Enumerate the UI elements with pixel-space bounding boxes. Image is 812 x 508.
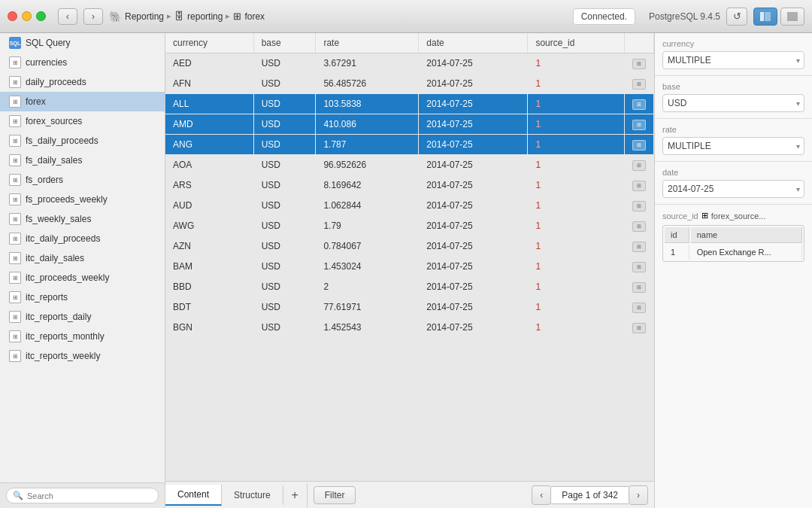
row-action-icon[interactable]: ⊞: [632, 303, 646, 313]
table-row[interactable]: ALL USD 103.5838 2014-07-25 1 ⊞: [165, 94, 654, 114]
sidebar-label-itc-daily-proceeds: itc_daily_proceeds: [26, 233, 100, 244]
cell-action[interactable]: ⊞: [625, 257, 654, 277]
minimize-button[interactable]: [22, 11, 32, 21]
row-action-icon[interactable]: ⊞: [632, 201, 646, 211]
row-action-icon[interactable]: ⊞: [632, 59, 646, 69]
filter-select-rate[interactable]: MULTIPLE: [662, 137, 804, 155]
table-row[interactable]: AZN USD 0.784067 2014-07-25 1 ⊞: [165, 236, 654, 257]
sidebar-item-fs-weekly-sales[interactable]: ⊞ fs_weekly_sales: [0, 209, 165, 229]
col-header-date[interactable]: date: [419, 33, 528, 53]
table-row[interactable]: AOA USD 96.952626 2014-07-25 1 ⊞: [165, 155, 654, 175]
row-action-icon[interactable]: ⊞: [632, 99, 646, 110]
cell-source-id: 1: [528, 135, 625, 155]
table-row[interactable]: AUD USD 1.062844 2014-07-25 1 ⊞: [165, 196, 654, 216]
cell-action[interactable]: ⊞: [625, 277, 654, 297]
sidebar-item-fs-proceeds-weekly[interactable]: ⊞ fs_proceeds_weekly: [0, 190, 165, 209]
table-row[interactable]: BGN USD 1.452543 2014-07-25 1 ⊞: [165, 318, 654, 338]
tab-content[interactable]: Content: [165, 485, 222, 506]
sidebar-item-itc-reports-daily[interactable]: ⊞ itc_reports_daily: [0, 307, 165, 327]
col-header-source-id[interactable]: source_id: [528, 33, 625, 53]
table-row[interactable]: BAM USD 1.453024 2014-07-25 1 ⊞: [165, 257, 654, 277]
breadcrumb-table[interactable]: ⊞ forex: [233, 11, 265, 22]
close-button[interactable]: [8, 11, 17, 21]
data-table-container[interactable]: currency base rate date source_id AED US…: [165, 33, 654, 481]
filter-select-wrapper-base[interactable]: USD: [662, 94, 804, 112]
back-button[interactable]: ‹: [58, 8, 77, 25]
cell-date: 2014-07-25: [419, 94, 528, 114]
refresh-button[interactable]: ↺: [726, 8, 747, 26]
col-header-base[interactable]: base: [253, 33, 316, 53]
sidebar-item-fs-daily-proceeds[interactable]: ⊞ fs_daily_proceeds: [0, 131, 165, 151]
cell-action[interactable]: ⊞: [625, 94, 654, 114]
table-row[interactable]: AFN USD 56.485726 2014-07-25 1 ⊞: [165, 74, 654, 94]
cell-action[interactable]: ⊞: [625, 318, 654, 338]
sidebar-item-fs-daily-sales[interactable]: ⊞ fs_daily_sales: [0, 151, 165, 170]
col-header-rate[interactable]: rate: [316, 33, 419, 53]
cell-action[interactable]: ⊞: [625, 196, 654, 216]
tab-structure[interactable]: Structure: [222, 485, 283, 505]
cell-rate: 56.485726: [316, 74, 419, 94]
sidebar-item-itc-daily-proceeds[interactable]: ⊞ itc_daily_proceeds: [0, 229, 165, 248]
sidebar-item-sql-query[interactable]: SQL SQL Query: [0, 33, 165, 53]
next-page-button[interactable]: ›: [629, 485, 648, 505]
cell-action[interactable]: ⊞: [625, 297, 654, 318]
cell-action[interactable]: ⊞: [625, 216, 654, 236]
row-action-icon[interactable]: ⊞: [632, 120, 646, 130]
table-row[interactable]: AWG USD 1.79 2014-07-25 1 ⊞: [165, 216, 654, 236]
cell-action[interactable]: ⊞: [625, 155, 654, 175]
breadcrumb-reporting[interactable]: 🐘 Reporting: [109, 11, 164, 23]
search-input[interactable]: [27, 491, 152, 500]
table-row[interactable]: BBD USD 2 2014-07-25 1 ⊞: [165, 277, 654, 297]
sidebar-item-forex[interactable]: ⊞ forex: [0, 92, 165, 111]
sidebar-item-itc-daily-sales[interactable]: ⊞ itc_daily_sales: [0, 248, 165, 268]
filter-select-wrapper-currency[interactable]: MULTIPLE: [662, 51, 804, 69]
sidebar-item-forex-sources[interactable]: ⊞ forex_sources: [0, 111, 165, 131]
search-input-wrapper[interactable]: 🔍: [6, 488, 159, 503]
col-header-currency[interactable]: currency: [165, 33, 253, 53]
filter-select-currency[interactable]: MULTIPLE: [662, 51, 804, 69]
svg-rect-2: [787, 12, 798, 21]
sidebar-item-itc-reports-monthly[interactable]: ⊞ itc_reports_monthly: [0, 327, 165, 346]
row-action-icon[interactable]: ⊞: [632, 242, 646, 252]
sidebar-item-itc-proceeds-weekly[interactable]: ⊞ itc_proceeds_weekly: [0, 268, 165, 287]
prev-page-button[interactable]: ‹: [532, 485, 551, 505]
sidebar-item-fs-orders[interactable]: ⊞ fs_orders: [0, 170, 165, 190]
breadcrumb-database[interactable]: 🗄 reporting: [174, 11, 223, 22]
cell-action[interactable]: ⊞: [625, 135, 654, 155]
filter-select-wrapper-rate[interactable]: MULTIPLE: [662, 137, 804, 155]
row-action-icon[interactable]: ⊞: [632, 140, 646, 151]
view-sidebar-button[interactable]: [753, 8, 777, 26]
filter-select-date[interactable]: 2014-07-25: [662, 180, 804, 198]
sidebar-item-itc-reports-weekly[interactable]: ⊞ itc_reports_weekly: [0, 346, 165, 366]
table-row[interactable]: ARS USD 8.169642 2014-07-25 1 ⊞: [165, 175, 654, 196]
sidebar-item-daily-proceeds[interactable]: ⊞ daily_proceeds: [0, 72, 165, 92]
add-row-button[interactable]: +: [283, 483, 308, 507]
page-label: Page 1 of 342: [551, 486, 629, 504]
table-row[interactable]: BDT USD 77.61971 2014-07-25 1 ⊞: [165, 297, 654, 318]
cell-action[interactable]: ⊞: [625, 175, 654, 196]
fk-col-id: id: [665, 227, 689, 243]
row-action-icon[interactable]: ⊞: [632, 262, 646, 272]
row-action-icon[interactable]: ⊞: [632, 323, 646, 333]
row-action-icon[interactable]: ⊞: [632, 160, 646, 171]
cell-currency: ARS: [165, 175, 253, 196]
cell-action[interactable]: ⊞: [625, 53, 654, 74]
maximize-button[interactable]: [36, 11, 46, 21]
table-row[interactable]: ANG USD 1.787 2014-07-25 1 ⊞: [165, 135, 654, 155]
table-row[interactable]: AED USD 3.67291 2014-07-25 1 ⊞: [165, 53, 654, 74]
row-action-icon[interactable]: ⊞: [632, 221, 646, 232]
row-action-icon[interactable]: ⊞: [632, 181, 646, 191]
cell-action[interactable]: ⊞: [625, 114, 654, 135]
sidebar-item-currencies[interactable]: ⊞ currencies: [0, 53, 165, 72]
sidebar-item-itc-reports[interactable]: ⊞ itc_reports: [0, 287, 165, 307]
cell-action[interactable]: ⊞: [625, 74, 654, 94]
view-full-button[interactable]: [780, 8, 804, 26]
table-row[interactable]: AMD USD 410.086 2014-07-25 1 ⊞: [165, 114, 654, 135]
row-action-icon[interactable]: ⊞: [632, 79, 646, 90]
filter-button[interactable]: Filter: [314, 486, 356, 504]
row-action-icon[interactable]: ⊞: [632, 282, 646, 293]
filter-select-base[interactable]: USD: [662, 94, 804, 112]
cell-action[interactable]: ⊞: [625, 236, 654, 257]
forward-button[interactable]: ›: [83, 8, 103, 25]
filter-select-wrapper-date[interactable]: 2014-07-25: [662, 180, 804, 198]
